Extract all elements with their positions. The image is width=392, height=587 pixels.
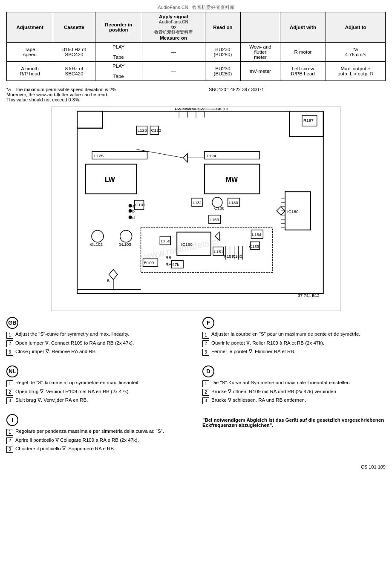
- label-l125: L125: [94, 153, 104, 158]
- step-text-nl-1: Regel de "S"-kromme af op symmetrie en m…: [15, 380, 190, 387]
- step-num-f-1: 1: [202, 332, 209, 339]
- lang-label-nl: NL: [6, 365, 18, 377]
- svg-marker-16: [183, 154, 187, 162]
- step-text-d-2: Brücke ∇ öffnen. R109 mit RA und RB (2x …: [211, 388, 386, 396]
- cell-read-what-1: Wow- andfluttermeter: [241, 43, 280, 62]
- label-l131: L131: [193, 200, 202, 205]
- cell-cassette-2: 8 kHz ofSBC420: [53, 62, 95, 81]
- step-gb-3: 3 Close jumper ∇. Remove RA and RB.: [6, 348, 190, 356]
- label-c136: C136: [214, 206, 225, 210]
- col-header-apply: Apply signalAudioFans.CNto收音机爱好者资料库Measu…: [142, 12, 205, 43]
- step-num-gb-2: 2: [6, 340, 13, 347]
- label-l153: L153: [210, 217, 219, 222]
- lang-block-d-warning: "Bei notwendigem Abgleich ist das Gerät …: [202, 414, 386, 454]
- cell-position-1: PLAYTape: [95, 43, 142, 62]
- cell-apply-2: —: [142, 62, 205, 81]
- cell-adjust-to-1: *a4.76 cm/s: [326, 43, 386, 62]
- step-d-3: 3 Brücke ∇ schliessen. RA und RB entfern…: [202, 397, 386, 404]
- footnote-a-text: The maximum permissible speed deviation …: [6, 87, 118, 102]
- cell-adjust-with-2: Left screwR/PB head: [280, 62, 326, 81]
- step-gb-1: 1 Adjust the "S"-curve for symmetry and …: [6, 331, 190, 339]
- step-num-nl-3: 3: [6, 397, 13, 404]
- diagram-label: 37 744 B12: [298, 293, 320, 298]
- step-num-i-1: 1: [6, 429, 13, 436]
- label-b-diamond: B: [107, 278, 110, 283]
- svg-rect-1: [77, 111, 103, 128]
- header-watermark: AudioFans.CN 收音机爱好者资料库: [6, 4, 386, 11]
- step-num-nl-1: 1: [6, 380, 13, 387]
- col-header-cassette: Cassette: [53, 12, 95, 43]
- cell-read-on-2: BU230(BU280): [205, 62, 241, 81]
- step-text-nl-2: Open brug ∇. Verbindt R109 met RA en RB …: [15, 388, 190, 396]
- col-header-adjust-to: Adjust to: [326, 12, 386, 43]
- col-header-position: Recorder inposition: [95, 12, 142, 43]
- lang-block-gb: GB 1 Adjust the "S"-curve for symmetry a…: [6, 317, 190, 357]
- step-text-d-1: Die "S"-Kurve auf Symmetrie und maximale…: [211, 380, 386, 387]
- cell-read-on-1: BU230(BU280): [205, 43, 241, 62]
- steps-d: 1 Die "S"-Kurve auf Symmetrie und maxima…: [202, 380, 386, 404]
- step-text-gb-2: Open jumper ∇. Connect R109 to RA and RB…: [15, 340, 190, 347]
- svg-line-17: [137, 150, 184, 158]
- label-mw: MW: [226, 176, 238, 183]
- cell-adjustment-1: Tapespeed: [7, 43, 53, 62]
- lang-label-gb: GB: [6, 317, 18, 329]
- step-gb-2: 2 Open jumper ∇. Connect R109 to RA and …: [6, 340, 190, 347]
- col-header-read-what: [241, 12, 280, 43]
- lang-block-d: D 1 Die "S"-Kurve auf Symmetrie und maxi…: [202, 365, 386, 406]
- lang-block-i: I 1 Regolare per pendenza massima e per …: [6, 414, 190, 454]
- svg-point-20: [129, 209, 132, 213]
- cell-read-what-2: mV-meter: [241, 62, 280, 81]
- step-num-i-3: 3: [6, 446, 13, 453]
- footnote-left: *a The maximum permissible speed deviati…: [6, 87, 183, 102]
- step-num-d-2: 2: [202, 389, 209, 396]
- label-l103: ⊙L103: [118, 242, 132, 247]
- label-b: b: [133, 209, 135, 213]
- step-d-2: 2 Brücke ∇ öffnen. R109 mit RA und RB (2…: [202, 388, 386, 396]
- step-num-i-2: 2: [6, 437, 13, 444]
- label-c122: C122: [151, 128, 161, 132]
- svg-point-37: [92, 230, 104, 242]
- label-l102: ⊙L102: [90, 242, 103, 247]
- step-f-2: 2 Ouvrir le pontet ∇. Relier R109 à RA e…: [202, 340, 386, 347]
- step-nl-1: 1 Regel de "S"-kromme af op symmetrie en…: [6, 380, 190, 387]
- svg-point-22: [129, 204, 132, 207]
- footnote-section: *a The maximum permissible speed deviati…: [6, 87, 386, 102]
- svg-rect-3: [289, 111, 323, 137]
- step-text-gb-1: Adjust the "S"-curve for symmetry and ma…: [15, 331, 190, 339]
- steps-f: 1 Adjuster la courbe en "S" pour un maxi…: [202, 331, 386, 356]
- circuit-diagram: R187 FW MW LW SW → SK101 L126 C122 L125 …: [51, 106, 341, 311]
- lang-block-f: F 1 Adjuster la courbe en "S" pour un ma…: [202, 317, 386, 357]
- col-header-adjust-with: Adjust with: [280, 12, 326, 43]
- label-a: a: [133, 204, 135, 208]
- label-r160: R160: [232, 254, 242, 259]
- step-d-1: 1 Die "S"-Kurve auf Symmetrie und maxima…: [202, 380, 386, 387]
- step-f-3: 3 Fermer le pontet ∇. Eliminer RA et RB.: [202, 348, 386, 356]
- step-num-d-1: 1: [202, 380, 209, 387]
- step-i-3: 3 Chiudere il ponticello ∇. Sopprimere R…: [6, 446, 190, 453]
- step-num-gb-3: 3: [6, 349, 13, 356]
- step-text-i-1: Regolare per pendenza massima e per simm…: [15, 429, 190, 436]
- label-l154: L154: [252, 232, 262, 237]
- step-num-f-3: 3: [202, 349, 209, 356]
- label-l130: L130: [229, 200, 239, 205]
- step-num-d-3: 3: [202, 397, 209, 404]
- label-l124: L124: [207, 153, 216, 158]
- lang-label-i: I: [6, 414, 18, 426]
- step-text-f-2: Ouvrir le pontet ∇. Relier R109 à RA et …: [211, 340, 386, 347]
- col-header-adjustment: Adjustment: [7, 12, 53, 43]
- svg-point-38: [120, 230, 132, 242]
- circuit-diagram-container: R187 FW MW LW SW → SK101 L126 C122 L125 …: [6, 106, 386, 311]
- lang-block-nl: NL 1 Regel de "S"-kromme af op symmetrie…: [6, 365, 190, 406]
- step-f-1: 1 Adjuster la courbe en "S" pour un maxi…: [202, 331, 386, 339]
- label-ra: RA: [165, 262, 171, 267]
- cell-cassette-1: 3150 Hz ofSBC420: [53, 43, 95, 62]
- step-text-nl-3: Sluit brug ∇. Verwijder RA en RB.: [15, 397, 190, 404]
- label-ic180: IC180: [287, 209, 299, 214]
- label-d: d: [133, 215, 135, 220]
- step-i-2: 2 Aprire il ponticello ∇ Collegare R109 …: [6, 437, 190, 444]
- step-text-i-2: Aprire il ponticello ∇ Collegare R109 a …: [15, 437, 190, 444]
- cell-adjustment-2: AzimuthR/P head: [7, 62, 53, 81]
- step-text-d-3: Brücke ∇ schliessen. RA und RB entfernen…: [211, 397, 386, 404]
- label-l150: L150: [161, 239, 170, 243]
- cell-position-2: PLAYTape: [95, 62, 142, 81]
